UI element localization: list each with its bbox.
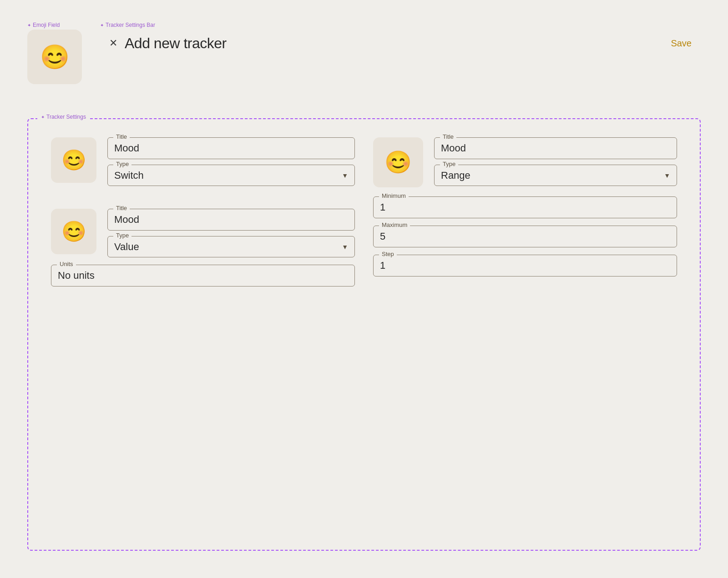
tracker-item-value: 😊 Title Type Switch Value <box>51 209 355 257</box>
tracker-emoji-icon-switch: 😊 <box>61 148 86 172</box>
maximum-input[interactable] <box>380 231 670 242</box>
emoji-field-icon: 😊 <box>40 43 70 71</box>
settings-grid: 😊 Title Type Switch Value Range <box>51 137 677 532</box>
tracker-emoji-value[interactable]: 😊 <box>51 209 96 254</box>
tracker-emoji-icon-value: 😊 <box>61 220 86 243</box>
title-field-range: Title <box>434 137 677 159</box>
title-input-range[interactable] <box>441 142 670 154</box>
save-button[interactable]: Save <box>671 38 692 49</box>
units-legend: Units <box>57 261 76 267</box>
header-left: ✕ Add new tracker <box>109 35 227 52</box>
emoji-field-label: Emoji Field <box>27 22 60 28</box>
title-legend-range: Title <box>440 133 456 140</box>
header-bar: ✕ Add new tracker Save <box>100 30 701 57</box>
tracker-item-switch: 😊 Title Type Switch Value Range <box>51 137 355 186</box>
title-field-switch: Title <box>107 137 355 159</box>
title-field-value: Title <box>107 209 355 231</box>
close-button[interactable]: ✕ <box>109 38 117 48</box>
tracker-settings-label: Tracker Settings <box>37 114 90 120</box>
type-legend-value: Type <box>113 232 131 239</box>
type-field-range: Type Switch Value Range <box>434 165 677 186</box>
tracker-settings-container: Tracker Settings 😊 Title Type <box>27 118 701 551</box>
tracker-fields-value: Title Type Switch Value Range <box>107 209 355 257</box>
title-input-value[interactable] <box>114 214 348 226</box>
tracker-emoji-switch[interactable]: 😊 <box>51 137 96 183</box>
tracker-item-range: 😊 Title Type Switch Value Range <box>373 137 677 187</box>
maximum-legend: Maximum <box>379 221 410 228</box>
type-select-wrapper-value: Switch Value Range <box>114 241 348 252</box>
units-field: Units <box>51 265 355 286</box>
type-field-switch: Type Switch Value Range <box>107 165 355 186</box>
right-fields-range: Title Type Switch Value Range <box>434 137 677 186</box>
title-input-switch[interactable] <box>114 142 348 154</box>
type-select-wrapper-switch: Switch Value Range <box>114 170 348 181</box>
type-select-value[interactable]: Switch Value Range <box>114 241 348 252</box>
step-field: Step <box>373 255 677 276</box>
minimum-input[interactable] <box>380 201 670 213</box>
type-field-value: Type Switch Value Range <box>107 236 355 257</box>
units-input[interactable] <box>58 270 348 281</box>
type-select-wrapper-range: Switch Value Range <box>441 170 670 181</box>
title-legend-value: Title <box>113 205 130 211</box>
emoji-field-box[interactable]: 😊 <box>27 30 82 84</box>
tracker-settings-bar-label: Tracker Settings Bar <box>100 22 155 28</box>
type-select-range[interactable]: Switch Value Range <box>441 170 670 181</box>
type-legend-range: Type <box>440 161 458 167</box>
minimum-field: Minimum <box>373 196 677 218</box>
range-extra-fields: Minimum Maximum Step <box>373 196 677 276</box>
tracker-emoji-range[interactable]: 😊 <box>373 137 423 187</box>
title-legend-switch: Title <box>113 133 130 140</box>
tracker-item-value-wrapper: 😊 Title Type Switch Value <box>51 209 355 286</box>
step-input[interactable] <box>380 260 670 271</box>
type-select-switch[interactable]: Switch Value Range <box>114 170 348 181</box>
type-legend-switch: Type <box>113 161 131 167</box>
page-title: Add new tracker <box>125 35 227 52</box>
tracker-emoji-icon-range: 😊 <box>384 150 412 175</box>
minimum-legend: Minimum <box>379 192 409 199</box>
right-column: 😊 Title Type Switch Value Range <box>373 137 677 532</box>
left-column: 😊 Title Type Switch Value Range <box>51 137 355 532</box>
maximum-field: Maximum <box>373 226 677 247</box>
step-legend: Step <box>379 251 397 257</box>
tracker-fields-switch: Title Type Switch Value Range <box>107 137 355 186</box>
